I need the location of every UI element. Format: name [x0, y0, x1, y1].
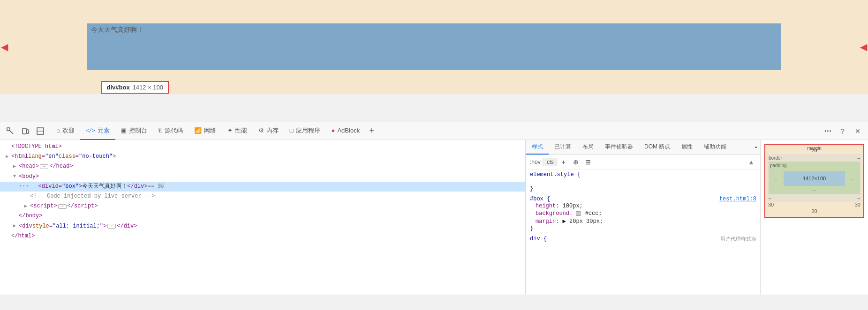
html-line-body-close[interactable]: </body>: [0, 211, 525, 221]
expand-icon-html: ▶: [4, 154, 10, 160]
device-button[interactable]: [19, 125, 32, 138]
tab-adblock[interactable]: ● AdBlock: [326, 122, 366, 140]
box-text: 今天天气真好啊！: [91, 26, 143, 34]
doctype-tag: <!DOCTYPE html>: [11, 142, 62, 151]
bm-margin-bottom-val: 20: [767, 207, 861, 215]
close-devtools-button[interactable]: ✕: [851, 125, 864, 138]
expand-icon-script: ▶: [23, 203, 29, 210]
memory-icon: ⚙: [258, 127, 264, 134]
svg-rect-2: [23, 128, 26, 134]
bm-border-left: –: [769, 195, 771, 200]
styles-collapse-button[interactable]: ⌄: [752, 140, 760, 155]
html-line-comment[interactable]: <!-- Code injected by live-server -->: [0, 192, 525, 201]
tab-properties[interactable]: 属性: [676, 140, 698, 155]
html-open-tag: <html: [11, 152, 28, 161]
inspect-button[interactable]: [4, 125, 17, 138]
help-button[interactable]: ?: [836, 125, 849, 138]
bm-margin-left: 30: [768, 202, 774, 207]
browser-viewport: ◀ 今天天气真好啊！ div#box 1412 × 100 ◀: [0, 0, 868, 94]
tab-application[interactable]: □ 应用程序: [284, 122, 326, 140]
add-style-button[interactable]: +: [559, 157, 569, 167]
head-tag: <head>: [19, 162, 39, 171]
css-val-margin: 20px 30px;: [569, 218, 603, 225]
add-tab-button[interactable]: +: [365, 126, 378, 136]
collapsed-dots-script[interactable]: ⋯: [58, 204, 67, 209]
tab-styles[interactable]: 样式: [526, 140, 549, 155]
html-close-tag: </html>: [11, 232, 35, 241]
tab-dom-breakpoints[interactable]: DOM 断点: [639, 140, 676, 155]
bm-border-label: border: [769, 155, 782, 161]
expand-icon-div: [31, 183, 38, 190]
tab-console[interactable]: ▣ 控制台: [115, 122, 153, 140]
collapsed-dots[interactable]: ⋯: [40, 164, 48, 169]
styles-filter-bar: :hov .cls + ⊕ ⊞ ▲: [526, 155, 760, 170]
source-icon: ⎗: [159, 127, 162, 134]
bm-content: 1412×100: [784, 171, 845, 186]
tab-memory-label: 内存: [266, 126, 279, 135]
bm-padding-left: –: [770, 176, 782, 181]
css-rule-box: #box { test.html:8 height: 100px; backgr…: [530, 196, 756, 232]
color-swatch-bg: [576, 210, 581, 217]
bm-margin-right: 30: [855, 202, 860, 207]
styles-tabs: 样式 已计算 布局 事件侦听器 DOM 断点 属性 辅助功能: [526, 140, 760, 155]
html-panel[interactable]: <!DOCTYPE html> ▶ <html lang="en" class=…: [0, 140, 526, 295]
html-line-doctype[interactable]: <!DOCTYPE html>: [0, 142, 525, 152]
tab-accessibility[interactable]: 辅助功能: [698, 140, 732, 155]
expand-icon-body-close: [11, 213, 18, 220]
tab-memory[interactable]: ⚙ 内存: [253, 122, 284, 140]
tab-adblock-label: AdBlock: [337, 127, 360, 134]
toolbar-right: ⋯ ? ✕: [821, 125, 864, 138]
tab-welcome[interactable]: ⌂ 欢迎: [51, 122, 80, 140]
bm-margin-label: margin: [807, 146, 822, 151]
css-prop-background: background:: [536, 210, 576, 217]
tab-source[interactable]: ⎗ 源代码: [153, 122, 189, 140]
script-tag: <script>: [30, 202, 57, 211]
console-drawer-button[interactable]: [34, 125, 47, 138]
html-line-body[interactable]: ▼ <body>: [0, 172, 525, 182]
scroll-up-button[interactable]: ▲: [746, 157, 756, 167]
html-line-head[interactable]: ▶ <head> ⋯ </head>: [0, 162, 525, 171]
collapsed-dots-div[interactable]: ⋯: [107, 224, 116, 229]
html-line-div-box[interactable]: ··· <div id="box">今天天气真好啊！</div> == $0: [0, 182, 525, 192]
user-agent-label: 用户代理样式表: [720, 236, 756, 243]
console-icon: ▣: [121, 127, 127, 134]
expand-icon-body: ▼: [11, 173, 18, 180]
svg-line-1: [10, 131, 13, 134]
bm-border-right: –: [857, 195, 860, 200]
tab-performance[interactable]: ✦ 性能: [222, 122, 253, 140]
expand-icon-head: ▶: [11, 163, 18, 170]
html-line-script[interactable]: ▶ <script> ⋯ </script>: [0, 201, 525, 211]
style-icon-2[interactable]: ⊞: [583, 157, 593, 167]
margin-arrow-css: ▶: [563, 218, 569, 225]
filter-hov-label[interactable]: :hov: [530, 159, 541, 165]
more-options-button[interactable]: ⋯: [821, 125, 834, 138]
tab-layout[interactable]: 布局: [577, 140, 599, 155]
expand-icon-div-initial: ▶: [11, 223, 18, 229]
comment-text: <!-- Code injected by live-server -->: [30, 192, 155, 201]
styles-content[interactable]: element.style { } #box { test.html:8 hei…: [526, 170, 760, 295]
div-initial-tag: <div: [19, 222, 32, 231]
bm-padding-val: –: [856, 163, 859, 168]
css-prop-margin: margin:: [536, 218, 563, 225]
html-line-html[interactable]: ▶ <html lang="en" class="no-touch">: [0, 152, 525, 162]
tab-computed[interactable]: 已计算: [549, 140, 577, 155]
dom-zero-marker: == $0: [147, 182, 164, 191]
css-prop-height: height:: [536, 203, 563, 209]
tab-network[interactable]: 📶 网络: [189, 122, 222, 140]
three-dots-icon[interactable]: ···: [19, 182, 29, 191]
css-source-link[interactable]: test.html:8: [719, 196, 756, 202]
network-icon: 📶: [194, 127, 202, 134]
html-line-html-close[interactable]: </html>: [0, 231, 525, 241]
styles-panel: 样式 已计算 布局 事件侦听器 DOM 断点 属性 辅助功能: [526, 140, 760, 295]
bm-padding-right: –: [847, 176, 859, 181]
devtools-panel: ⌂ 欢迎 </> 元素 ▣ 控制台 ⎗ 源代码 📶 网络 ✦ 性能: [0, 122, 868, 295]
tab-application-label: 应用程序: [296, 126, 320, 135]
tab-console-label: 控制台: [129, 126, 147, 135]
performance-icon: ✦: [227, 127, 233, 134]
html-line-div-initial[interactable]: ▶ <div style="all: initial;"> ⋯ </div>: [0, 221, 525, 231]
tab-event-listeners[interactable]: 事件侦听器: [599, 140, 639, 155]
tab-elements[interactable]: </> 元素: [80, 122, 115, 140]
tab-welcome-label: 欢迎: [62, 126, 75, 135]
filter-cls-label[interactable]: .cls: [543, 158, 557, 166]
style-icon-1[interactable]: ⊕: [571, 157, 581, 167]
